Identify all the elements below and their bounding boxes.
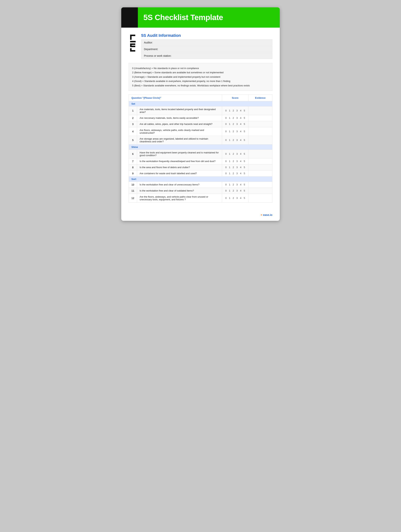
score-option[interactable]: 1 (228, 152, 231, 155)
score-option[interactable]: 3 (236, 183, 238, 186)
score-option[interactable]: 3 (236, 130, 238, 133)
score-cell: 012345 (222, 121, 248, 127)
score-option[interactable]: 0 (225, 172, 227, 175)
score-option[interactable]: 2 (232, 152, 235, 155)
score-option[interactable]: 2 (232, 109, 235, 112)
score-option[interactable]: 4 (239, 172, 242, 175)
score-option[interactable]: 5 (243, 130, 246, 133)
question-text: Are neccesary materials, tools, items ea… (137, 115, 222, 121)
score-option[interactable]: 5 (243, 197, 246, 199)
score-option[interactable]: 1 (228, 197, 231, 199)
score-option[interactable]: 4 (239, 183, 242, 186)
evidence-cell[interactable] (248, 188, 272, 194)
audit-info-content: 5S Audit Information Auditor: Department… (141, 33, 272, 59)
table-row: 5 Are storage areas are organized, label… (129, 136, 272, 144)
evidence-cell[interactable] (248, 164, 272, 170)
score-option[interactable]: 1 (228, 189, 231, 192)
score-option[interactable]: 1 (228, 172, 231, 175)
score-option[interactable]: 3 (236, 123, 238, 125)
score-option[interactable]: 4 (239, 117, 242, 119)
score-option[interactable]: 0 (225, 123, 227, 125)
score-option[interactable]: 2 (232, 130, 235, 133)
score-option[interactable]: 5 (243, 139, 246, 141)
score-option[interactable]: 3 (236, 160, 238, 163)
score-option[interactable]: 5 (243, 152, 246, 155)
scale-description: 0 (Unsatisfactory) = No standards in pla… (129, 63, 272, 91)
score-option[interactable]: 3 (236, 197, 238, 199)
score-option[interactable]: 2 (232, 189, 235, 192)
score-option[interactable]: 2 (232, 197, 235, 199)
score-option[interactable]: 0 (225, 183, 227, 186)
score-option[interactable]: 0 (225, 117, 227, 119)
evidence-cell[interactable] (248, 182, 272, 188)
score-option[interactable]: 4 (239, 160, 242, 163)
table-row: 6 Have the tools and equipment been prop… (129, 150, 272, 158)
score-option[interactable]: 4 (239, 189, 242, 192)
score-option[interactable]: 1 (228, 183, 231, 186)
score-option[interactable]: 0 (225, 109, 227, 112)
score-option[interactable]: 4 (239, 152, 242, 155)
table-row: 12 Are the floors, aisleways, and vehicl… (129, 194, 272, 202)
question-text: Is the area and floors free of debris an… (137, 164, 222, 170)
score-option[interactable]: 1 (228, 166, 231, 169)
score-option[interactable]: 2 (232, 160, 235, 163)
score-option[interactable]: 5 (243, 123, 246, 125)
svg-rect-6 (130, 46, 135, 47)
score-option[interactable]: 0 (225, 130, 227, 133)
score-option[interactable]: 3 (236, 189, 238, 192)
score-option[interactable]: 2 (232, 172, 235, 175)
score-option[interactable]: 4 (239, 197, 242, 199)
score-option[interactable]: 0 (225, 197, 227, 199)
evidence-cell[interactable] (248, 121, 272, 127)
score-option[interactable]: 5 (243, 160, 246, 163)
score-option[interactable]: 3 (236, 109, 238, 112)
evidence-cell[interactable] (248, 150, 272, 158)
evidence-cell[interactable] (248, 136, 272, 144)
score-option[interactable]: 2 (232, 139, 235, 141)
scale-line-1: 0 (Unsatisfactory) = No standards in pla… (132, 66, 269, 70)
score-option[interactable]: 2 (232, 117, 235, 119)
score-option[interactable]: 0 (225, 152, 227, 155)
score-option[interactable]: 4 (239, 123, 242, 125)
score-option[interactable]: 3 (236, 152, 238, 155)
question-text: Are the floors, aisleways, and vehicle p… (137, 194, 222, 202)
score-option[interactable]: 2 (232, 166, 235, 169)
score-cell: 012345 (222, 182, 248, 188)
evidence-cell[interactable] (248, 106, 272, 115)
score-option[interactable]: 5 (243, 109, 246, 112)
score-option[interactable]: 4 (239, 166, 242, 169)
score-option[interactable]: 1 (228, 123, 231, 125)
score-option[interactable]: 0 (225, 166, 227, 169)
score-option[interactable]: 5 (243, 117, 246, 119)
evidence-cell[interactable] (248, 194, 272, 202)
score-option[interactable]: 4 (239, 109, 242, 112)
footer-brand-symbol: > (261, 213, 262, 216)
score-option[interactable]: 1 (228, 117, 231, 119)
score-option[interactable]: 3 (236, 172, 238, 175)
score-option[interactable]: 5 (243, 183, 246, 186)
score-option[interactable]: 5 (243, 172, 246, 175)
score-option[interactable]: 0 (225, 189, 227, 192)
score-option[interactable]: 0 (225, 139, 227, 141)
score-option[interactable]: 1 (228, 109, 231, 112)
score-option[interactable]: 2 (232, 183, 235, 186)
evidence-cell[interactable] (248, 158, 272, 164)
score-option[interactable]: 0 (225, 160, 227, 163)
score-option[interactable]: 3 (236, 139, 238, 141)
score-option[interactable]: 1 (228, 130, 231, 133)
score-option[interactable]: 4 (239, 130, 242, 133)
evidence-cell[interactable] (248, 115, 272, 121)
score-option[interactable]: 3 (236, 117, 238, 119)
score-option[interactable]: 5 (243, 189, 246, 192)
evidence-cell[interactable] (248, 170, 272, 177)
score-option[interactable]: 2 (232, 123, 235, 125)
table-row: 2 Are neccesary materials, tools, items … (129, 115, 272, 121)
question-text: Is the workstation free and clear of out… (137, 188, 222, 194)
score-option[interactable]: 5 (243, 166, 246, 169)
score-option[interactable]: 1 (228, 139, 231, 141)
audit-fields: Auditor: Department: Process or work sta… (141, 39, 272, 59)
evidence-cell[interactable] (248, 127, 272, 136)
score-option[interactable]: 1 (228, 160, 231, 163)
score-option[interactable]: 3 (236, 166, 238, 169)
score-option[interactable]: 4 (239, 139, 242, 141)
